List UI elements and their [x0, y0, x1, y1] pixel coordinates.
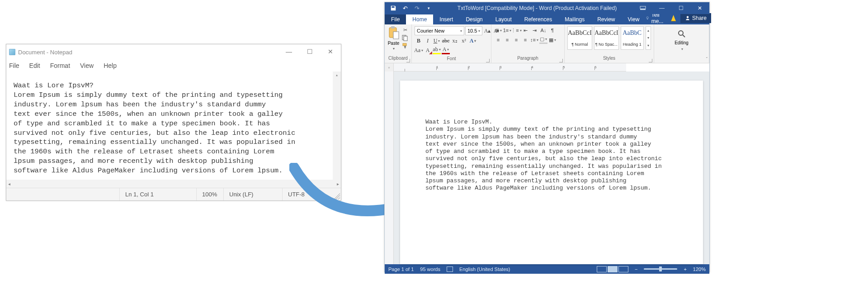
menu-format[interactable]: Format — [50, 62, 70, 69]
tab-layout[interactable]: Layout — [489, 14, 518, 24]
borders-icon[interactable]: ▦▾ — [548, 36, 557, 44]
notepad-text-area[interactable]: Waat is Lore IpsvM? Lorem Ipsum is simpl… — [6, 71, 341, 188]
highlight-icon[interactable]: ab▾ — [433, 46, 441, 54]
minimize-button[interactable]: — — [278, 44, 299, 59]
cut-icon[interactable]: ✂ — [401, 26, 409, 33]
group-label-styles: Styles — [603, 56, 615, 61]
proofing-icon[interactable] — [447, 266, 453, 272]
justify-icon[interactable]: ≡ — [521, 36, 529, 44]
style-heading1[interactable]: AaBbCHeading 1 — [621, 26, 644, 50]
tab-references[interactable]: References — [518, 14, 558, 24]
sort-icon[interactable]: A↓ — [539, 26, 547, 34]
resize-grip-icon[interactable] — [332, 191, 340, 200]
notepad-titlebar[interactable]: Document - Notepad — ☐ ✕ — [6, 44, 341, 60]
multilevel-icon[interactable]: ⋮≡▾ — [512, 26, 520, 34]
tab-file[interactable]: File — [385, 14, 406, 24]
view-print-icon[interactable] — [608, 266, 618, 272]
style-normal[interactable]: AaBbCcI¶ Normal — [567, 26, 592, 50]
font-color-icon[interactable]: A▾ — [442, 46, 450, 54]
undo-icon[interactable]: ↶ — [400, 3, 410, 13]
subscript-button[interactable]: x₂ — [451, 37, 459, 45]
document-page[interactable]: Waat is Lore IpsvM. Lorem Ipsum is simpl… — [400, 81, 703, 264]
line-spacing-icon[interactable]: ↕≡▾ — [530, 36, 538, 44]
minimize-button[interactable]: — — [652, 2, 671, 14]
horizontal-ruler[interactable]: 1 2 3 4 5 6 — [394, 63, 626, 71]
align-center-icon[interactable]: ≡ — [503, 36, 511, 44]
paste-button[interactable]: Paste ▾ — [387, 26, 400, 51]
ribbon-tabs: File Home Insert Design Layout Reference… — [385, 14, 709, 24]
scroll-right-icon[interactable]: ▸ — [337, 181, 339, 186]
shading-icon[interactable]: ▢▾ — [539, 36, 547, 44]
show-marks-icon[interactable]: ¶ — [548, 26, 557, 34]
dialog-launcher-icon[interactable] — [486, 59, 490, 62]
save-icon[interactable] — [388, 3, 398, 13]
align-left-icon[interactable]: ≡ — [494, 36, 502, 44]
redo-icon[interactable]: ↷ — [412, 3, 422, 13]
clear-formatting-icon[interactable]: A◢ — [424, 46, 432, 54]
qat-customize-icon[interactable]: ▾ — [424, 3, 434, 13]
collapse-ribbon-icon[interactable]: ˇ — [706, 57, 708, 62]
status-language[interactable]: English (United States) — [459, 266, 510, 272]
menu-help[interactable]: Help — [104, 62, 117, 69]
style-nospacing[interactable]: AaBbCcI¶ No Spac... — [594, 26, 619, 50]
zoom-out-button[interactable]: − — [635, 266, 637, 272]
svg-rect-1 — [640, 9, 646, 10]
change-case-icon[interactable]: Aa▾ — [415, 46, 423, 54]
maximize-button[interactable]: ☐ — [671, 2, 690, 14]
ribbon: Paste ▾ ✂ Clipboard Courier New▾ 10.5▾ A — [385, 24, 709, 63]
ribbon-options-button[interactable] — [633, 2, 652, 14]
bold-button[interactable]: B — [415, 37, 423, 45]
format-painter-icon[interactable] — [401, 43, 409, 50]
zoom-slider[interactable] — [644, 268, 677, 270]
increase-indent-icon[interactable]: ⇥ — [530, 26, 538, 34]
find-icon[interactable] — [677, 29, 686, 38]
status-zoom[interactable]: 120% — [693, 266, 706, 272]
horizontal-scrollbar[interactable]: ◂ ▸ — [6, 180, 341, 188]
status-page[interactable]: Page 1 of 1 — [388, 266, 414, 272]
tab-mailings[interactable]: Mailings — [558, 14, 591, 24]
status-words[interactable]: 95 words — [420, 266, 440, 272]
dialog-launcher-icon[interactable] — [649, 59, 652, 62]
share-button[interactable]: Share — [680, 13, 711, 23]
tab-design[interactable]: Design — [459, 14, 489, 24]
font-name-dropdown[interactable]: Courier New▾ — [415, 26, 464, 35]
menu-view[interactable]: View — [80, 62, 94, 69]
scroll-left-icon[interactable]: ◂ — [8, 181, 10, 186]
tab-view[interactable]: View — [622, 14, 646, 24]
zoom-in-button[interactable]: + — [684, 266, 686, 272]
bullets-icon[interactable]: ≣▾ — [494, 26, 502, 34]
view-read-icon[interactable] — [597, 266, 607, 272]
dialog-launcher-icon[interactable] — [406, 59, 410, 62]
grow-font-icon[interactable]: A▴ — [483, 27, 491, 35]
superscript-button[interactable]: x² — [460, 37, 468, 45]
tab-insert[interactable]: Insert — [433, 14, 459, 24]
menu-file[interactable]: File — [9, 62, 19, 69]
tab-review[interactable]: Review — [591, 14, 621, 24]
italic-button[interactable]: I — [424, 37, 432, 45]
scroll-up-icon[interactable]: ▴ — [335, 71, 338, 80]
dialog-launcher-icon[interactable] — [559, 59, 563, 62]
text-effects-icon[interactable]: A▾ — [469, 37, 477, 45]
styles-gallery-scroll[interactable]: ▴▾▾ — [646, 26, 651, 50]
notepad-content: Waat is Lore IpsvM? Lorem Ipsum is simpl… — [14, 81, 295, 175]
font-size-dropdown[interactable]: 10.5▾ — [465, 26, 482, 35]
view-web-icon[interactable] — [618, 266, 628, 272]
menu-edit[interactable]: Edit — [29, 62, 40, 69]
close-button[interactable]: ✕ — [690, 2, 709, 14]
activation-warning-icon[interactable] — [671, 15, 676, 21]
copy-icon[interactable] — [401, 34, 409, 42]
numbering-icon[interactable]: 1≡▾ — [503, 26, 511, 34]
ruler-corner[interactable]: ▫ — [385, 63, 394, 71]
vertical-ruler[interactable] — [385, 71, 394, 264]
tab-home[interactable]: Home — [406, 14, 433, 24]
status-zoom[interactable]: 100% — [196, 188, 223, 200]
word-titlebar[interactable]: ↶ ↷ ▾ TxtToWord [Compatibility Mode] - W… — [385, 2, 709, 14]
underline-button[interactable]: U▾ — [433, 37, 441, 45]
align-right-icon[interactable]: ≡ — [512, 36, 520, 44]
decrease-indent-icon[interactable]: ⇤ — [521, 26, 529, 34]
strikethrough-button[interactable]: abc — [442, 37, 450, 45]
maximize-button[interactable]: ☐ — [299, 44, 320, 59]
close-button[interactable]: ✕ — [320, 44, 341, 59]
notepad-title: Document - Notepad — [18, 49, 72, 56]
vertical-scrollbar[interactable]: ▴ ▾ — [333, 71, 341, 188]
